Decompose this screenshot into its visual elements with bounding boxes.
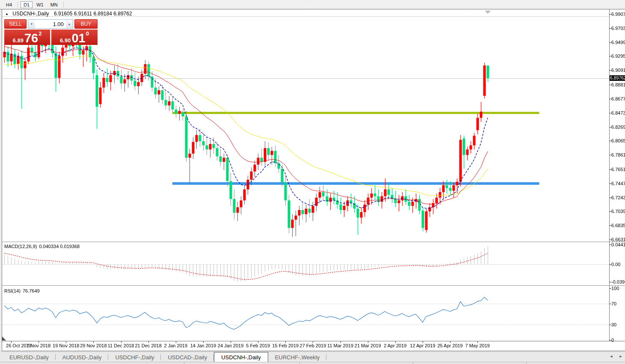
status-strip (0, 362, 625, 364)
chart-ohlc-values: 6.91605 6.91611 6.89184 6.89762 (54, 11, 132, 17)
tab-scroll-left-icon[interactable]: ◂ (609, 354, 614, 358)
rsi-axis: 10070300 (611, 0, 625, 364)
buy-price-big: 01 (71, 33, 85, 44)
buy-button[interactable]: BUY (74, 19, 98, 29)
rsi-name: RSI(14) (4, 288, 21, 293)
tab-audusd-daily[interactable]: AUDUSD-,Daily (56, 352, 109, 362)
collapse-panel-icon[interactable]: ▲ (5, 12, 9, 16)
volume-decrease-button[interactable]: ▼ (28, 19, 35, 29)
sell-price-sup: 2 (39, 30, 41, 37)
macd-pane-label: MACD(12,26,9)0.040334 0.019368 (4, 244, 82, 249)
chart-title: ▲ USDCNH-,Daily 6.91605 6.91611 6.89184 … (5, 11, 132, 17)
chart-canvas[interactable] (0, 0, 625, 364)
date-axis-label: 7 May 2019 (459, 343, 495, 348)
tab-eurusd-daily[interactable]: EURUSD-,Daily (3, 352, 56, 362)
rsi-axis-label: 30 (611, 322, 616, 327)
macd-values: 0.040334 0.019368 (39, 244, 80, 249)
sell-price[interactable]: 6.89 76 2 (4, 29, 50, 45)
volume-increase-button[interactable]: ▲ (66, 19, 73, 29)
rsi-axis-label: 100 (611, 286, 619, 291)
buy-price-small: 6.90 (60, 38, 71, 44)
chart-symbol-label: USDCNH-,Daily (12, 11, 49, 17)
buy-price[interactable]: 6.90 01 0 (51, 29, 98, 45)
tab-usdchf-daily[interactable]: USDCHF-,Daily (108, 352, 161, 362)
rsi-axis-label: 70 (611, 301, 616, 306)
tab-usdcad-daily[interactable]: USDCAD-,Daily (161, 352, 214, 362)
one-click-trading-panel: SELL ▼ ▲ BUY 6.89 76 2 6.90 01 0 (4, 19, 98, 45)
buy-price-sup: 0 (86, 30, 89, 37)
sell-price-big: 76 (24, 33, 38, 44)
sell-button[interactable]: SELL (4, 19, 27, 29)
rsi-axis-label: 0 (611, 337, 614, 343)
chart-tab-bar: EURUSD-,Daily AUDUSD-,Daily USDCHF-,Dail… (0, 352, 625, 362)
rsi-pane-label: RSI(14)76.7649 (4, 288, 42, 293)
date-axis: 26 Oct 20187 Nov 201819 Nov 201829 Nov 2… (0, 343, 609, 349)
mt4-window: { "toolbar": { "items": [ {"label": "H4"… (0, 0, 625, 364)
current-price-tag: 6.89762 (610, 75, 625, 81)
tab-scroll-right-icon[interactable]: ▸ (618, 354, 623, 358)
volume-input[interactable] (35, 19, 66, 29)
tab-usdcnh-daily[interactable]: USDCNH-,Daily (214, 352, 268, 362)
sell-price-small: 6.89 (13, 38, 24, 44)
macd-name: MACD(12,26,9) (4, 244, 37, 249)
tab-eurchf-weekly[interactable]: EURCHF-,Weekly (268, 352, 327, 362)
rsi-value: 76.7649 (23, 288, 40, 293)
